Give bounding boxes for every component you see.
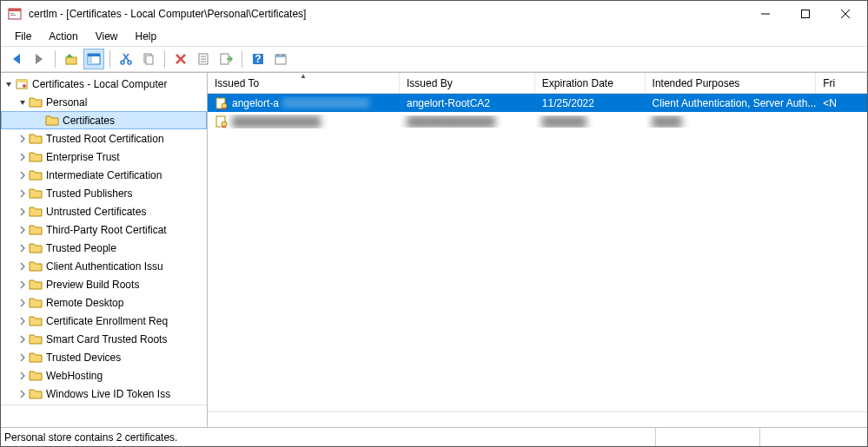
chevron-right-icon[interactable] [17, 333, 29, 345]
properties-button[interactable] [193, 49, 214, 69]
tree-label: Enterprise Trust [46, 151, 120, 163]
column-issued-to[interactable]: Issued To ▲ [208, 73, 400, 93]
tree-node[interactable]: Untrusted Certificates [1, 202, 207, 220]
tree-label: Third-Party Root Certificat [46, 224, 167, 236]
cell-text: angelort-RootCA2 [407, 97, 490, 109]
tree-node-certificates[interactable]: Certificates [1, 111, 207, 129]
minimize-button[interactable] [745, 1, 785, 27]
column-issued-by[interactable]: Issued By [400, 73, 535, 93]
tree-label: Certificates - Local Computer [32, 78, 167, 90]
refresh-button[interactable] [270, 49, 291, 69]
folder-icon [29, 296, 43, 310]
tree-pane[interactable]: Certificates - Local Computer Personal C… [1, 73, 208, 427]
copy-button[interactable] [138, 49, 159, 69]
folder-icon [29, 187, 43, 200]
help-button[interactable]: ? [248, 49, 268, 69]
svg-point-14 [121, 61, 124, 64]
svg-rect-30 [282, 54, 284, 56]
chevron-right-icon[interactable] [17, 279, 29, 291]
toolbar-separator [55, 50, 56, 68]
folder-icon [29, 369, 43, 383]
chevron-right-icon[interactable] [17, 206, 29, 218]
redacted-text: ████████████ [232, 115, 321, 128]
chevron-right-icon[interactable] [17, 151, 29, 163]
chevron-right-icon[interactable] [17, 297, 29, 309]
tree-node[interactable]: Smart Card Trusted Roots [1, 330, 207, 348]
chevron-right-icon[interactable] [17, 224, 29, 236]
folder-icon [45, 114, 59, 128]
column-label: Issued To [215, 77, 259, 89]
tree: Certificates - Local Computer Personal C… [1, 73, 207, 404]
column-label: Expiration Date [542, 77, 613, 89]
list-hscroll[interactable] [208, 411, 867, 427]
svg-rect-5 [802, 10, 810, 18]
svg-rect-28 [275, 55, 286, 57]
folder-icon [29, 205, 43, 219]
tree-node[interactable]: Intermediate Certification [1, 166, 207, 184]
chevron-right-icon[interactable] [17, 242, 29, 254]
certificate-store-icon [15, 77, 29, 91]
tree-node[interactable]: Trusted Publishers [1, 184, 207, 202]
close-button[interactable] [825, 1, 865, 27]
menu-file[interactable]: File [8, 29, 38, 44]
tree-node[interactable]: Trusted People [1, 239, 207, 257]
svg-rect-11 [88, 54, 100, 56]
column-purposes[interactable]: Intended Purposes [646, 73, 817, 93]
tree-label: WebHosting [46, 370, 103, 382]
tree-node[interactable]: Enterprise Trust [1, 148, 207, 166]
certificate-icon [215, 115, 229, 128]
forward-button[interactable] [29, 49, 50, 69]
delete-button[interactable] [170, 49, 191, 69]
tree-label: Certificate Enrollment Req [46, 315, 168, 327]
tree-label: Certificates [63, 115, 115, 127]
maximize-button[interactable] [785, 1, 825, 27]
list-body[interactable]: angelort-a angelort-RootCA2 11/25/2022 C… [208, 94, 867, 411]
folder-icon [29, 351, 43, 365]
tree-node-root[interactable]: Certificates - Local Computer [1, 75, 207, 93]
redacted-text: ██████ [542, 115, 586, 128]
folder-icon [29, 260, 43, 273]
menu-view[interactable]: View [89, 29, 125, 44]
chevron-right-icon[interactable] [17, 133, 29, 145]
show-hide-tree-button[interactable] [83, 49, 104, 69]
content-area: Certificates - Local Computer Personal C… [1, 72, 867, 427]
column-label: Issued By [407, 77, 453, 89]
toolbar-separator [109, 50, 110, 68]
tree-node[interactable]: WebHosting [1, 366, 207, 385]
folder-icon [29, 314, 43, 328]
list-row[interactable]: angelort-a angelort-RootCA2 11/25/2022 C… [208, 94, 867, 112]
folder-icon [29, 278, 43, 292]
tree-node[interactable]: Windows Live ID Token Iss [1, 385, 207, 403]
chevron-right-icon[interactable] [17, 169, 29, 181]
chevron-right-icon[interactable] [17, 260, 29, 273]
export-button[interactable] [215, 49, 236, 69]
list-header: Issued To ▲ Issued By Expiration Date In… [208, 73, 867, 94]
tree-node[interactable]: Trusted Devices [1, 348, 207, 366]
tree-node[interactable]: Remote Desktop [1, 293, 207, 312]
column-expiration[interactable]: Expiration Date [535, 73, 646, 93]
tree-hscroll[interactable] [1, 404, 207, 420]
folder-icon [29, 387, 43, 401]
tree-node[interactable]: Trusted Root Certification [1, 129, 207, 148]
chevron-right-icon[interactable] [17, 388, 29, 400]
back-button[interactable] [6, 49, 27, 69]
tree-node-personal[interactable]: Personal [1, 93, 207, 111]
tree-node[interactable]: Third-Party Root Certificat [1, 220, 207, 239]
up-button[interactable] [61, 49, 82, 69]
tree-node[interactable]: Certificate Enrollment Req [1, 312, 207, 330]
column-friendly[interactable]: Fri [816, 73, 867, 93]
chevron-down-icon[interactable] [3, 78, 15, 90]
tree-node[interactable]: Client Authentication Issu [1, 257, 207, 275]
chevron-right-icon[interactable] [17, 187, 29, 200]
cut-button[interactable] [116, 49, 136, 69]
chevron-right-icon[interactable] [17, 352, 29, 364]
folder-icon [29, 168, 43, 182]
chevron-down-icon[interactable] [17, 96, 29, 108]
menu-help[interactable]: Help [129, 29, 164, 44]
menu-action[interactable]: Action [42, 29, 84, 44]
list-row[interactable]: ████████████ ████████████ ██████ ████ [208, 112, 867, 130]
chevron-right-icon[interactable] [17, 370, 29, 382]
tree-node[interactable]: Preview Build Roots [1, 275, 207, 293]
svg-rect-1 [9, 9, 21, 11]
chevron-right-icon[interactable] [17, 315, 29, 327]
